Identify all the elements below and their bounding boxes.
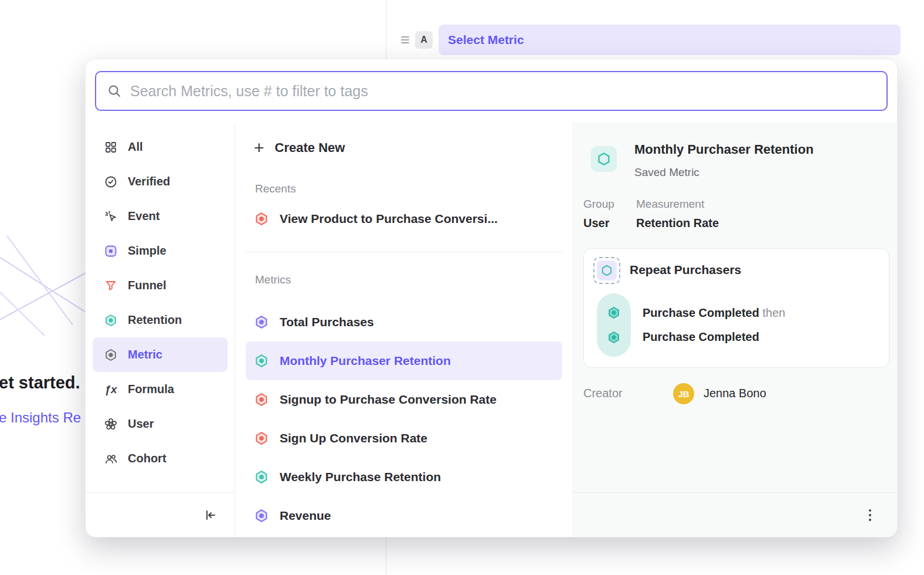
metric-item[interactable]: Signup to Purchase Conversion Rate (246, 380, 562, 419)
background-heading-fragment: et started. (0, 373, 80, 393)
sidebar-footer (86, 492, 235, 537)
step-hexagon-icon (607, 330, 621, 344)
sidebar-item-label: All (128, 140, 143, 154)
verified-badge-icon (103, 174, 118, 190)
more-options-button[interactable] (865, 506, 875, 525)
funnel-metric-hexagon-icon (254, 211, 269, 226)
creator-name: Jenna Bono (704, 387, 766, 400)
metrics-header: Metrics (255, 273, 562, 286)
group-value: User (583, 217, 609, 230)
metric-item-label: Monthly Purchaser Retention (280, 354, 451, 368)
retention-hexagon-icon (103, 313, 118, 328)
sidebar-item-label: Formula (128, 383, 174, 396)
sidebar-item-label: Cohort (128, 452, 167, 465)
metric-item-label: Revenue (280, 509, 331, 523)
sidebar-item-event[interactable]: Event (93, 199, 227, 234)
saved-metric-hexagon-icon (591, 146, 617, 172)
retention-steps-pill (597, 293, 631, 357)
sidebar-item-formula[interactable]: ƒx Formula (93, 372, 227, 407)
sidebar-item-funnel[interactable]: Funnel (93, 268, 227, 303)
definition-card: Repeat Purchasers Purchase Completed the… (583, 248, 889, 368)
metric-item-selected[interactable]: Monthly Purchaser Retention (246, 341, 562, 380)
event-cursor-icon (103, 209, 118, 224)
collapse-sidebar-icon[interactable] (203, 508, 218, 523)
formula-icon: ƒx (103, 382, 118, 397)
metric-item[interactable]: Sign Up Conversion Rate (246, 419, 562, 458)
sidebar-item-label: Event (128, 209, 159, 223)
sidebar-item-label: Simple (128, 244, 167, 258)
simple-metric-icon (103, 243, 118, 259)
funnel-icon (103, 278, 118, 293)
list-divider (246, 252, 562, 252)
metric-row-bar: A Select Metric (401, 19, 901, 60)
recent-item-label: View Product to Purchase Conversi... (280, 212, 498, 226)
sidebar-item-all[interactable]: All (93, 130, 227, 164)
metric-hexagon-icon (254, 431, 269, 446)
plus-icon: + (254, 139, 264, 157)
definition-step-2: Purchase Completed (643, 330, 759, 344)
select-metric-button[interactable]: Select Metric (439, 25, 901, 55)
sidebar-item-label: Metric (128, 348, 162, 361)
metric-item-label: Weekly Purchase Retention (280, 470, 441, 484)
metric-search[interactable] (95, 71, 888, 111)
metric-hexagon-icon (254, 392, 269, 407)
sidebar-item-cohort[interactable]: Cohort (93, 441, 227, 476)
metric-row-badge: A (415, 31, 433, 49)
detail-title: Monthly Purchaser Retention (634, 142, 814, 157)
search-icon (107, 83, 122, 99)
metric-item[interactable]: Weekly Purchase Retention (246, 458, 562, 496)
metric-item[interactable]: Total Purchases (246, 303, 562, 341)
definition-step-1: Purchase Completed then (643, 306, 785, 320)
sidebar-item-label: Verified (128, 175, 170, 188)
sidebar-item-metric[interactable]: Metric (93, 337, 227, 372)
retention-definition-icon (593, 257, 620, 284)
user-flower-icon (103, 417, 118, 432)
measurement-value: Retention Rate (636, 217, 719, 230)
definition-title: Repeat Purchasers (630, 263, 741, 277)
sidebar-item-label: User (128, 417, 154, 431)
drag-handle-icon[interactable] (401, 36, 409, 43)
create-new-label: Create New (275, 140, 345, 155)
cohort-people-icon (103, 451, 118, 466)
sidebar-item-label: Funnel (128, 279, 167, 292)
sidebar-item-simple[interactable]: Simple (93, 234, 227, 268)
detail-footer (573, 492, 897, 537)
sidebar-item-label: Retention (128, 313, 182, 327)
sidebar-item-retention[interactable]: Retention (93, 303, 227, 337)
metric-hexagon-icon (254, 314, 269, 330)
measurement-label: Measurement (636, 198, 704, 211)
metric-rows: Total Purchases Monthly Purchaser Retent… (246, 303, 562, 535)
metric-detail-panel: Monthly Purchaser Retention Saved Metric… (573, 123, 897, 537)
metric-hexagon-icon (254, 508, 269, 523)
metric-picker-modal: All Verified Event Simple (85, 59, 898, 537)
select-metric-label: Select Metric (448, 33, 524, 47)
metric-item-label: Sign Up Conversion Rate (280, 431, 427, 445)
sidebar-item-user[interactable]: User (93, 407, 227, 441)
retention-hexagon-icon (597, 261, 617, 280)
metric-item-label: Signup to Purchase Conversion Rate (280, 393, 497, 407)
metric-item[interactable]: Revenue (246, 496, 562, 535)
sidebar-item-verified[interactable]: Verified (93, 164, 227, 199)
insights-report-link-fragment[interactable]: e Insights Re (0, 410, 81, 426)
creator-label: Creator (583, 387, 623, 400)
creator-avatar: JB (673, 383, 694, 404)
metric-hexagon-icon (254, 469, 269, 485)
detail-subtitle: Saved Metric (634, 166, 699, 179)
metric-hexagon-icon (254, 353, 269, 368)
grid-icon (103, 140, 118, 155)
create-new-button[interactable]: + Create New (246, 134, 562, 161)
metric-item-label: Total Purchases (280, 315, 374, 329)
step-hexagon-icon (607, 306, 621, 320)
metric-hexagon-icon (103, 347, 118, 363)
category-sidebar: All Verified Event Simple (86, 123, 235, 537)
search-input[interactable] (130, 83, 876, 100)
then-connector: then (763, 306, 786, 319)
recent-item[interactable]: View Product to Purchase Conversi... (246, 201, 562, 236)
group-label: Group (583, 198, 614, 211)
metric-list-panel: + Create New Recents View Product to Pur… (235, 123, 573, 537)
recents-header: Recents (255, 182, 562, 195)
